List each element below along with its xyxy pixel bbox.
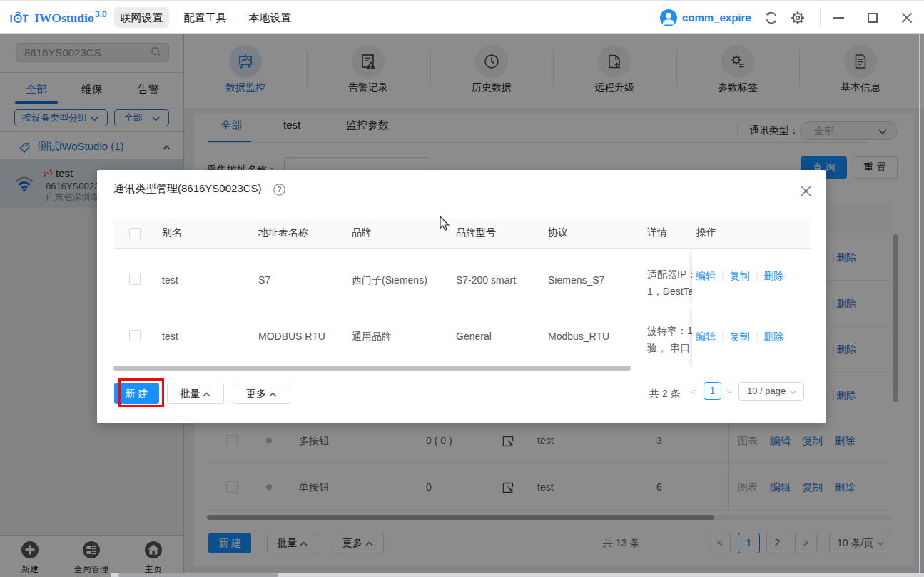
svg-text:?: ? — [278, 186, 282, 194]
